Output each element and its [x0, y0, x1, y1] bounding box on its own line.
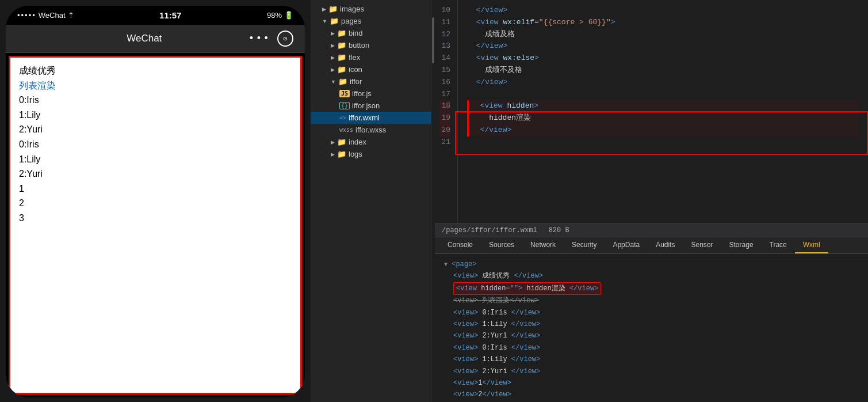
chevron-right-icon-logs: ▶ — [331, 151, 335, 157]
devtools-tabs: Console Sources Network Security AppData… — [435, 237, 868, 254]
tab-security[interactable]: Security — [564, 237, 605, 253]
tree-item-iffor-js[interactable]: JS iffor.js — [311, 88, 431, 100]
chevron-right-icon-bind: ▶ — [331, 31, 335, 36]
content-line-3: 0:Iris — [19, 93, 292, 108]
phone-nav-bar: WeChat ••• ⊙ — [6, 25, 305, 53]
chevron-down-icon: ▼ — [322, 18, 327, 24]
wxss-file-icon: wxss — [339, 127, 353, 133]
devtools-filepath: /pages/iffor/iffor.wxml — [442, 226, 537, 234]
code-line-11: <view wx:elif="{{score > 60}}"> — [467, 17, 859, 29]
code-line-13: </view> — [467, 40, 859, 52]
battery-label: 98% — [267, 11, 282, 20]
folder-icon: 📁 — [328, 5, 338, 13]
chevron-down-icon-iffor: ▼ — [331, 79, 336, 85]
content-line-7: 1:Lily — [19, 152, 292, 167]
tree-item-iffor[interactable]: ▼ 📁 iffor — [311, 75, 431, 88]
content-line-5: 2:Yuri — [19, 122, 292, 137]
tab-storage[interactable]: Storage — [721, 237, 762, 253]
status-right: 98% 🔋 — [267, 11, 293, 20]
tree-label-logs: logs — [349, 150, 362, 158]
xml-line-1: <view>1</view> — [444, 377, 859, 389]
content-line-8: 2:Yuri — [19, 166, 292, 181]
tree-item-logs[interactable]: ▶ 📁 logs — [311, 148, 431, 160]
tree-label-images: images — [340, 5, 364, 13]
folder-icon-bind: 📁 — [337, 29, 346, 37]
nav-icons: ••• ⊙ — [248, 31, 293, 47]
tab-network[interactable]: Network — [522, 237, 564, 253]
battery-icon: 🔋 — [284, 11, 293, 20]
content-line-6: 0:Iris — [19, 137, 292, 152]
tree-item-flex[interactable]: ▶ 📁 flex — [311, 51, 431, 63]
tab-sensor[interactable]: Sensor — [683, 237, 721, 253]
folder-icon-flex: 📁 — [337, 53, 346, 62]
code-content: </view> <view wx:elif="{{score > 60}}"> … — [458, 0, 868, 223]
tree-item-icon[interactable]: ▶ 📁 icon — [311, 63, 431, 75]
tree-label-bind: bind — [349, 29, 363, 37]
tab-sources[interactable]: Sources — [481, 237, 522, 253]
tab-console[interactable]: Console — [439, 237, 481, 253]
folder-icon-iffor: 📁 — [338, 77, 347, 86]
status-left: ••••• WeChat ⇡ — [17, 11, 74, 20]
tree-label-button: button — [349, 41, 369, 50]
line-numbers: 10 11 12 13 14 15 16 17 18 19 20 21 — [435, 0, 458, 223]
wifi-icon: ⇡ — [68, 11, 74, 20]
file-tree: ▶ 📁 images ▼ 📁 pages ▶ 📁 bind ▶ 📁 button… — [311, 0, 431, 402]
devtools-panel: /pages/iffor/iffor.wxml 820 B Console So… — [435, 223, 868, 402]
code-line-10: </view> — [467, 5, 859, 17]
tree-item-button[interactable]: ▶ 📁 button — [311, 39, 431, 51]
tree-item-iffor-json[interactable]: {} iffor.json — [311, 100, 431, 112]
tree-label-iffor: iffor — [350, 77, 362, 86]
code-line-19: hidden渲染 — [467, 112, 859, 124]
content-line-1: 成绩优秀 — [19, 63, 292, 78]
xml-line-hidden-highlight: <view hidden=""> hidden渲染 </view> — [444, 282, 859, 295]
json-file-icon: {} — [339, 102, 350, 109]
nav-title: WeChat — [127, 33, 162, 44]
wxml-file-icon: <> — [339, 115, 346, 121]
tree-item-images[interactable]: ▶ 📁 images — [311, 3, 431, 15]
chevron-right-icon-icon: ▶ — [331, 67, 335, 73]
folder-icon-button: 📁 — [337, 41, 346, 50]
tree-label-flex: flex — [349, 53, 360, 62]
tree-label-iffor-js: iffor.js — [352, 89, 372, 98]
devtools-xml-content: ▼ <page> <view> 成绩优秀 </view> <view hidde… — [435, 254, 868, 402]
code-line-16: </view> — [467, 77, 859, 89]
js-file-icon: JS — [339, 90, 350, 97]
tree-item-pages[interactable]: ▼ 📁 pages — [311, 15, 431, 27]
nav-dots-icon[interactable]: ••• — [248, 33, 270, 44]
tab-appdata[interactable]: AppData — [605, 237, 648, 253]
signal-dots: ••••• — [17, 11, 36, 20]
phone-simulator: ••••• WeChat ⇡ 11:57 98% 🔋 WeChat ••• ⊙ … — [0, 0, 311, 402]
xml-line-2: <view>2</view> — [444, 389, 859, 400]
tree-item-index[interactable]: ▶ 📁 index — [311, 136, 431, 148]
folder-icon-index: 📁 — [337, 138, 346, 146]
code-editor: 10 11 12 13 14 15 16 17 18 19 20 21 </vi… — [435, 0, 868, 223]
code-line-18: <view hidden> — [467, 100, 859, 112]
code-line-15: 成绩不及格 — [467, 65, 859, 77]
tree-item-iffor-wxss[interactable]: wxss iffor.wxss — [311, 124, 431, 136]
tab-trace[interactable]: Trace — [762, 237, 795, 253]
tab-wxml[interactable]: Wxml — [795, 237, 828, 253]
xml-line-liezhuang: <view> 列表渲染</view> — [444, 295, 859, 306]
xml-line-iris1: <view> 0:Iris </view> — [444, 307, 859, 318]
code-line-17 — [467, 89, 859, 101]
content-line-2: 列表渲染 — [19, 78, 292, 93]
editor-area: 10 11 12 13 14 15 16 17 18 19 20 21 </vi… — [435, 0, 868, 402]
phone-frame: ••••• WeChat ⇡ 11:57 98% 🔋 WeChat ••• ⊙ … — [6, 6, 305, 397]
tree-item-bind[interactable]: ▶ 📁 bind — [311, 27, 431, 39]
tree-item-iffor-wxml[interactable]: <> iffor.wxml — [311, 112, 431, 124]
code-lines-container: 10 11 12 13 14 15 16 17 18 19 20 21 </vi… — [435, 0, 868, 223]
code-line-20: </view> — [467, 124, 859, 136]
nav-camera-icon[interactable]: ⊙ — [277, 31, 293, 47]
xml-line-chengji: <view> 成绩优秀 </view> — [444, 270, 859, 282]
tree-label-icon: icon — [349, 65, 362, 74]
tab-audits[interactable]: Audits — [648, 237, 683, 253]
tree-label-iffor-wxss: iffor.wxss — [355, 126, 386, 134]
folder-icon-pages: 📁 — [330, 17, 339, 25]
phone-status-bar: ••••• WeChat ⇡ 11:57 98% 🔋 — [6, 6, 305, 25]
chevron-right-icon: ▶ — [322, 6, 326, 12]
chevron-right-icon-button: ▶ — [331, 43, 335, 48]
xml-line-yuri1: <view> 2:Yuri </view> — [444, 330, 859, 342]
xml-line-lily2: <view> 1:Lily </view> — [444, 354, 859, 365]
phone-content: 成绩优秀 列表渲染 0:Iris 1:Lily 2:Yuri 0:Iris 1:… — [9, 56, 302, 395]
xml-line-yuri2: <view> 2:Yuri </view> — [444, 366, 859, 377]
